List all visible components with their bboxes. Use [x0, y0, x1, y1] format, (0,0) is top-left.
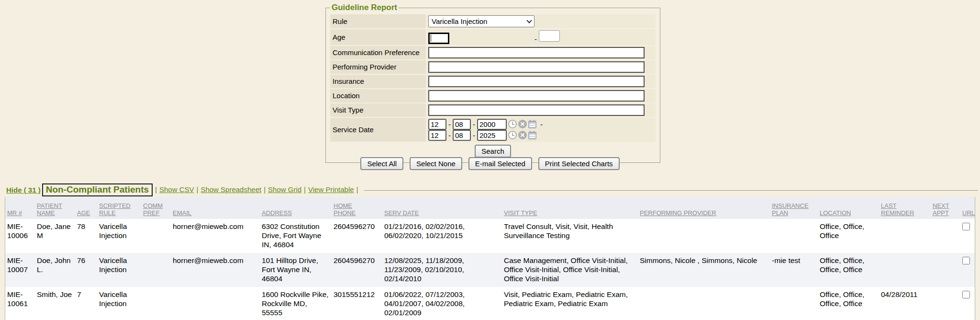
column-header-next-appt[interactable]: NEXT APPT [931, 197, 960, 219]
cell-visit-type: Travel Consult, Visit, Visit, Health Sur… [502, 219, 638, 253]
insurance-label: Insurance [330, 75, 426, 88]
cell-mr-: MIE-10006 [5, 219, 35, 253]
patient-row: MIE-10006Doe, Jane M78Varicella Injectio… [5, 219, 975, 253]
link-separator: | [196, 185, 198, 194]
cell-age: 76 [75, 253, 97, 287]
cell-comm-pref [141, 219, 171, 253]
print-selected-charts-button[interactable]: Print Selected Charts [538, 157, 620, 170]
age-range-separator: - [535, 35, 537, 43]
cell-age: 78 [75, 219, 97, 253]
visit-type-input[interactable] [428, 104, 645, 116]
service-date-label: Service Date [330, 118, 426, 142]
age-label: Age [330, 29, 426, 45]
cell-patient-name: Smith, Joe [35, 287, 75, 320]
row-select-checkbox[interactable] [962, 223, 970, 230]
performing-provider-row: Performing Provider [330, 60, 656, 74]
column-header-comm-pref[interactable]: COMM PREF [141, 197, 171, 219]
column-header-insurance-plan[interactable]: INSURANCE PLAN [770, 197, 818, 219]
clock-now-icon[interactable] [508, 131, 517, 139]
show-csv-link[interactable]: Show CSV [159, 185, 194, 194]
chevron-down-icon [526, 18, 532, 23]
guideline-report-form: Rule Varicella Injection Age - Communica… [329, 13, 657, 160]
hide-results-link[interactable]: Hide ( 31 ) [6, 186, 41, 194]
cell-next-appt [931, 253, 960, 287]
report-table-wrap: MR #PATIENT NAMEAGESCRIPTED RULECOMM PRE… [5, 197, 975, 320]
column-header-url[interactable]: URL [960, 197, 975, 219]
age-row: Age - [330, 29, 656, 45]
age-to-input[interactable] [539, 30, 560, 42]
column-header-age[interactable]: AGE [75, 197, 97, 219]
select-none-button[interactable]: Select None [410, 157, 462, 170]
link-separator: | [356, 185, 358, 194]
rule-row: Rule Varicella Injection [330, 14, 656, 28]
calendar-icon[interactable] [528, 121, 536, 128]
cell-next-appt [931, 287, 960, 320]
service-date-to-month-input[interactable] [428, 130, 446, 141]
cell-address: 6302 Constitution Drive, Fort Wayne IN, … [260, 219, 332, 253]
report-table-header-row: MR #PATIENT NAMEAGESCRIPTED RULECOMM PRE… [5, 197, 975, 219]
communication-preference-label: Communication Preference [330, 46, 426, 59]
report-title: Non-Compliant Patients [46, 184, 149, 194]
column-header-patient-name[interactable]: PATIENT NAME [35, 197, 75, 219]
cell-performing-provider [638, 219, 770, 253]
performing-provider-input[interactable] [428, 61, 645, 73]
cell-last-reminder [879, 219, 931, 253]
column-header-address[interactable]: ADDRESS [260, 197, 332, 219]
link-separator: | [304, 185, 306, 194]
cell-location: Office, Office, Office, Office [818, 253, 879, 287]
calendar-icon[interactable] [528, 132, 536, 139]
column-header-last-reminder[interactable]: LAST REMINDER [879, 197, 931, 219]
cell-comm-pref [141, 287, 171, 320]
service-date-from-day-input[interactable] [453, 119, 471, 130]
cell-home-phone: 2604596270 [332, 219, 382, 253]
service-date-from-year-input[interactable] [477, 119, 507, 130]
service-date-row: Service Date -- - -- [330, 118, 656, 142]
cell-url [960, 287, 975, 320]
row-select-checkbox[interactable] [962, 257, 970, 264]
service-date-from: -- [428, 119, 536, 130]
age-from-input[interactable] [428, 33, 449, 44]
cell-age: 7 [75, 287, 97, 320]
cell-mr-: MIE-10061 [5, 287, 35, 320]
column-header-email[interactable]: EMAIL [171, 197, 260, 219]
service-date-to-day-input[interactable] [453, 130, 471, 141]
cell-insurance-plan: -mie test [770, 253, 818, 287]
column-header-mr-[interactable]: MR # [5, 197, 35, 219]
clear-date-icon[interactable] [518, 131, 527, 139]
cell-serv-date: 01/06/2022, 07/12/2003, 04/01/2007, 04/0… [382, 287, 502, 320]
cell-email: horner@mieweb.com [171, 253, 260, 287]
cell-location: Office, Office, Office [818, 219, 879, 253]
show-spreadsheet-link[interactable]: Show Spreadsheet [200, 185, 261, 194]
view-printable-link[interactable]: View Printable [308, 185, 354, 194]
search-button[interactable]: Search [475, 145, 511, 158]
cell-serv-date: 01/21/2016, 02/02/2016, 06/02/2020, 10/2… [382, 219, 502, 253]
rule-label: Rule [330, 14, 426, 28]
cell-visit-type: Case Management, Office Visit-Initial, O… [502, 253, 638, 287]
text-caret [431, 34, 431, 42]
clear-date-icon[interactable] [518, 120, 527, 128]
column-header-home-phone[interactable]: HOME PHONE [332, 197, 382, 219]
visit-type-label: Visit Type [330, 103, 426, 117]
location-input[interactable] [428, 90, 645, 102]
patient-row: MIE-10007Doe, John L.76Varicella Injecti… [5, 253, 975, 287]
show-grid-link[interactable]: Show Grid [268, 185, 301, 194]
email-selected-button[interactable]: E-mail Selected [468, 157, 532, 170]
communication-preference-input[interactable] [428, 47, 645, 58]
location-label: Location [330, 89, 426, 103]
report-table: MR #PATIENT NAMEAGESCRIPTED RULECOMM PRE… [5, 197, 975, 320]
patient-row: MIE-10061Smith, Joe7Varicella Injection1… [5, 287, 975, 320]
service-date-from-month-input[interactable] [428, 119, 446, 130]
column-header-serv-date[interactable]: SERV DATE [382, 197, 502, 219]
column-header-performing-provider[interactable]: PERFORMING PROVIDER [638, 197, 770, 219]
cell-scripted-rule: Varicella Injection [97, 287, 141, 320]
insurance-input[interactable] [428, 76, 645, 87]
select-all-button[interactable]: Select All [360, 157, 403, 170]
clock-now-icon[interactable] [508, 120, 517, 128]
column-header-scripted-rule[interactable]: SCRIPTED RULE [97, 197, 141, 219]
service-date-to-year-input[interactable] [477, 130, 507, 141]
column-header-visit-type[interactable]: VISIT TYPE [502, 197, 638, 219]
row-select-checkbox[interactable] [962, 291, 970, 298]
rule-select[interactable]: Varicella Injection [428, 15, 535, 27]
column-header-location[interactable]: LOCATION [818, 197, 879, 219]
cell-home-phone: 2604596270 [332, 253, 382, 287]
